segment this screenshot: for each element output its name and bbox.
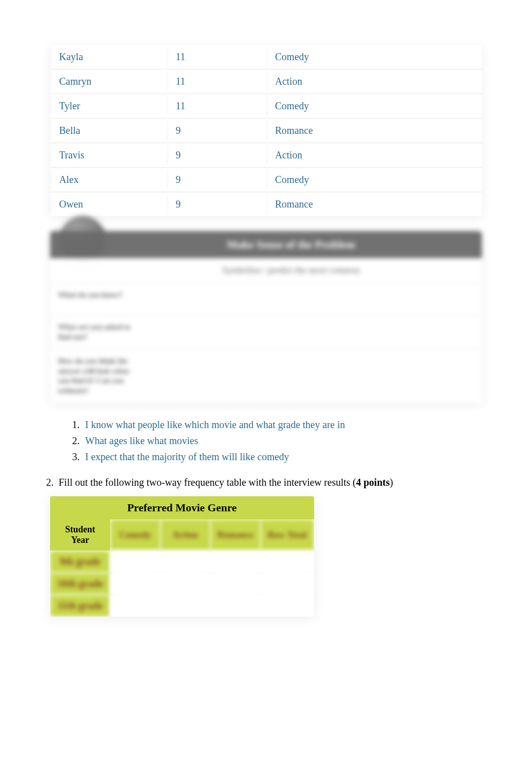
frequency-table-title: Preferred Movie Genre [50, 496, 314, 519]
problem-row-content [145, 283, 482, 315]
table-cell-grade: 9 [167, 167, 266, 191]
frequency-cell [110, 551, 160, 573]
problem-row-label: How do you think the answer will look wh… [50, 349, 145, 403]
problem-row-content [145, 315, 482, 349]
problem-row-content [145, 349, 482, 403]
frequency-cell [210, 551, 260, 573]
question-2-number: 2. [46, 477, 56, 488]
students-table: Kayla11ComedyCamryn11ActionTyler11Comedy… [50, 45, 482, 216]
table-cell-grade: 11 [167, 45, 266, 69]
answers-list: I know what people like which movie and … [75, 417, 482, 465]
frequency-cell [210, 573, 260, 595]
frequency-row-label: 9th grade [50, 551, 110, 573]
table-cell-genre: Comedy [266, 45, 482, 69]
answer-text: I expect that the majority of them will … [85, 451, 289, 462]
frequency-cell [160, 573, 210, 595]
frequency-col-header: Action [160, 519, 210, 551]
problem-row-label: What are you asked to find out? [50, 315, 145, 349]
frequency-cell [260, 595, 314, 617]
question-2-points: 4 points [356, 477, 390, 488]
frequency-col-header: Romance [210, 519, 260, 551]
table-cell-name: Alex [50, 167, 167, 191]
frequency-row-header: Student Year [50, 519, 110, 551]
table-cell-name: Travis [50, 142, 167, 167]
table-cell-genre: Comedy [266, 93, 482, 118]
frequency-row: 9th grade [50, 551, 314, 573]
make-sense-title: Make Sense of the Problem [50, 231, 482, 258]
table-cell-grade: 9 [167, 118, 266, 142]
table-row: Tyler11Comedy [50, 93, 482, 118]
problem-row: What do you know? [50, 283, 482, 315]
frequency-col-header: Row Total [260, 519, 314, 551]
answer-text: I know what people like which movie and … [85, 419, 345, 430]
table-cell-genre: Romance [266, 191, 482, 216]
table-row: Owen9Romance [50, 191, 482, 216]
table-cell-genre: Action [266, 69, 482, 93]
answer-item: What ages like what movies [82, 433, 482, 449]
frequency-cell [160, 551, 210, 573]
frequency-table-wrap: Preferred Movie Genre Student Year Comed… [50, 496, 314, 617]
table-cell-name: Owen [50, 191, 167, 216]
question-2-text: 2. Fill out the following two-way freque… [46, 477, 482, 488]
table-row: Bella9Romance [50, 118, 482, 142]
answer-item: I know what people like which movie and … [82, 417, 482, 433]
table-cell-genre: Action [266, 142, 482, 167]
frequency-row-label: 11th grade [50, 595, 110, 617]
table-row: Kayla11Comedy [50, 45, 482, 69]
table-cell-grade: 9 [167, 191, 266, 216]
frequency-table: Preferred Movie Genre Student Year Comed… [50, 496, 314, 617]
table-cell-genre: Romance [266, 118, 482, 142]
problem-row-label: What do you know? [50, 283, 145, 315]
table-cell-name: Kayla [50, 45, 167, 69]
table-cell-name: Tyler [50, 93, 167, 118]
table-cell-name: Bella [50, 118, 167, 142]
frequency-col-header: Comedy [110, 519, 160, 551]
problem-row: What are you asked to find out? [50, 315, 482, 349]
frequency-cell [110, 595, 160, 617]
table-row: Travis9Action [50, 142, 482, 167]
table-row: Alex9Comedy [50, 167, 482, 191]
frequency-cell [210, 595, 260, 617]
table-cell-grade: 9 [167, 142, 266, 167]
frequency-cell [160, 595, 210, 617]
table-cell-name: Camryn [50, 69, 167, 93]
answer-item: I expect that the majority of them will … [82, 449, 482, 465]
make-sense-box: Make Sense of the Problem Symbolize / pr… [50, 231, 482, 403]
table-cell-grade: 11 [167, 93, 266, 118]
question-2-suffix: ) [390, 477, 393, 488]
frequency-row: 11th grade [50, 595, 314, 617]
frequency-cell [260, 551, 314, 573]
frequency-cell [110, 573, 160, 595]
table-cell-genre: Comedy [266, 167, 482, 191]
table-cell-grade: 11 [167, 69, 266, 93]
frequency-row-label: 10th grade [50, 573, 110, 595]
make-sense-subtitle: Symbolize / predict the most common [50, 258, 482, 283]
answer-text: What ages like what movies [85, 435, 198, 446]
frequency-row: 10th grade [50, 573, 314, 595]
question-2-prefix: Fill out the following two-way frequency… [59, 477, 356, 488]
problem-row: How do you think the answer will look wh… [50, 349, 482, 403]
frequency-cell [260, 573, 314, 595]
table-row: Camryn11Action [50, 69, 482, 93]
